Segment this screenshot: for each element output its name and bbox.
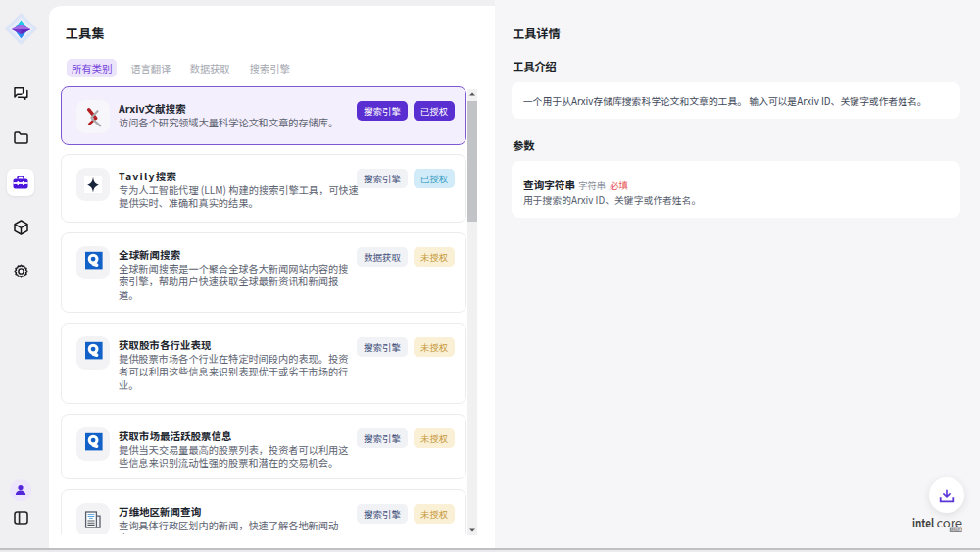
- svg-text:intel: intel: [912, 514, 934, 531]
- svg-text:ULTRA: ULTRA: [951, 528, 962, 532]
- svg-text:core: core: [937, 515, 963, 530]
